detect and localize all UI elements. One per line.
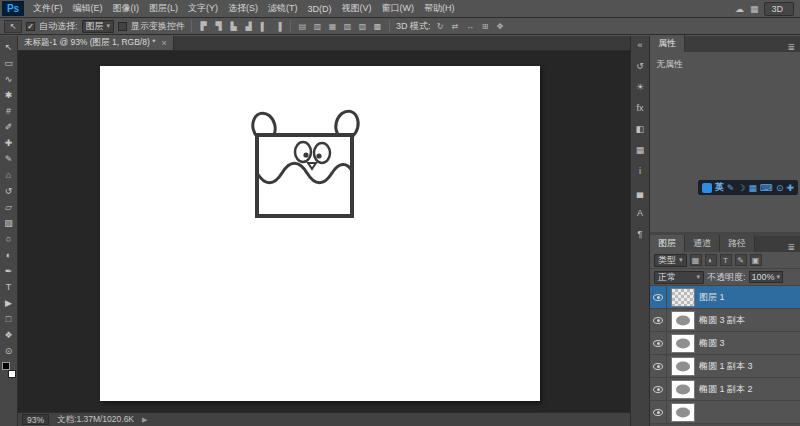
- visibility-toggle[interactable]: [650, 332, 667, 355]
- styles-panel-icon[interactable]: fx: [632, 101, 648, 115]
- color-swatches[interactable]: [2, 362, 16, 378]
- align-middle-icon[interactable]: ▌: [258, 22, 269, 31]
- character-panel-icon[interactable]: A: [632, 206, 648, 220]
- crop-tool[interactable]: #: [1, 103, 17, 119]
- adjustments-panel-icon[interactable]: ☀: [632, 80, 648, 94]
- spot-healing-brush-tool[interactable]: ✚: [1, 135, 17, 151]
- menu-layer[interactable]: 图层(L): [144, 2, 183, 15]
- menu-filter[interactable]: 滤镜(T): [263, 2, 303, 15]
- distribute-right-icon[interactable]: ▩: [372, 22, 383, 31]
- menu-type[interactable]: 文字(Y): [183, 2, 223, 15]
- tab-paths[interactable]: 路径: [720, 235, 755, 252]
- align-right-icon[interactable]: ▙: [228, 22, 239, 31]
- hand-tool[interactable]: ❖: [1, 327, 17, 343]
- menu-edit[interactable]: 编辑(E): [68, 2, 108, 15]
- layer-thumbnail[interactable]: [671, 288, 695, 307]
- auto-select-target-dropdown[interactable]: 图层 ▾: [82, 20, 115, 33]
- filter-type-dropdown[interactable]: 类型 ▾: [654, 254, 687, 267]
- color-panel-icon[interactable]: ◧: [632, 122, 648, 136]
- workspace-switcher[interactable]: 3D: [764, 2, 794, 16]
- eyedropper-tool[interactable]: ✐: [1, 119, 17, 135]
- panel-menu-icon[interactable]: ≣: [782, 242, 800, 252]
- menu-3d[interactable]: 3D(D): [303, 4, 337, 14]
- layer-name[interactable]: 图层 1: [699, 291, 725, 304]
- ime-search-icon[interactable]: ⊙: [776, 183, 784, 193]
- layer-thumbnail[interactable]: [671, 334, 695, 353]
- layer-row[interactable]: 椭圆 1 副本 3: [650, 355, 800, 378]
- distribute-top-icon[interactable]: ▤: [297, 22, 308, 31]
- filter-shape-layers-icon[interactable]: ✎: [735, 254, 747, 266]
- align-center-h-icon[interactable]: ▜: [213, 22, 224, 31]
- panel-menu-icon[interactable]: ≣: [782, 42, 800, 52]
- visibility-toggle[interactable]: [650, 378, 667, 401]
- visibility-toggle[interactable]: [650, 355, 667, 378]
- expand-panels-icon[interactable]: «: [632, 38, 648, 52]
- align-left-icon[interactable]: ▛: [198, 22, 209, 31]
- tab-layers[interactable]: 图层: [650, 235, 685, 252]
- close-tab-icon[interactable]: ×: [161, 38, 166, 48]
- 3d-scale-icon[interactable]: ✥: [495, 22, 506, 31]
- distribute-center-icon[interactable]: ▨: [357, 22, 368, 31]
- blend-mode-dropdown[interactable]: 正常 ▾: [654, 271, 704, 284]
- layer-row[interactable]: 图层 1: [650, 286, 800, 309]
- layer-thumbnail[interactable]: [671, 380, 695, 399]
- menu-window[interactable]: 窗口(W): [377, 2, 420, 15]
- menu-view[interactable]: 视图(V): [337, 2, 377, 15]
- document-canvas[interactable]: [100, 66, 540, 401]
- menu-help[interactable]: 帮助(H): [419, 2, 460, 15]
- path-selection-tool[interactable]: ▶: [1, 295, 17, 311]
- layer-name[interactable]: 椭圆 3 副本: [699, 314, 745, 327]
- 3d-roll-icon[interactable]: ⇄: [450, 22, 461, 31]
- filter-adjustment-layers-icon[interactable]: ◐: [705, 254, 717, 266]
- layer-row[interactable]: 椭圆 3: [650, 332, 800, 355]
- layout-grid-icon[interactable]: ▦: [750, 4, 759, 14]
- auto-select-checkbox[interactable]: ✓: [26, 22, 35, 31]
- info-panel-icon[interactable]: i: [632, 164, 648, 178]
- ime-toolbox-icon[interactable]: ✚: [786, 183, 794, 193]
- ime-skin-icon[interactable]: ▦: [748, 183, 757, 193]
- filter-smart-objects-icon[interactable]: ▣: [750, 254, 762, 266]
- opacity-field[interactable]: 100% ▾: [749, 271, 784, 283]
- swatches-panel-icon[interactable]: ▦: [632, 143, 648, 157]
- layer-name[interactable]: 椭圆 1 副本 2: [699, 383, 753, 396]
- menu-select[interactable]: 选择(S): [223, 2, 263, 15]
- align-top-icon[interactable]: ▟: [243, 22, 254, 31]
- tool-preset-icon[interactable]: ↖: [4, 20, 22, 33]
- ime-night-mode-icon[interactable]: ☽: [737, 183, 745, 193]
- distribute-middle-icon[interactable]: ▥: [312, 22, 323, 31]
- zoom-tool[interactable]: ⊙: [1, 343, 17, 359]
- layer-row[interactable]: [650, 401, 800, 424]
- 3d-slide-icon[interactable]: ⊞: [480, 22, 491, 31]
- quick-selection-tool[interactable]: ✱: [1, 87, 17, 103]
- layer-name[interactable]: 椭圆 1 副本 3: [699, 360, 753, 373]
- tab-channels[interactable]: 通道: [685, 235, 720, 252]
- tab-properties[interactable]: 属性: [650, 35, 685, 52]
- filter-type-layers-icon[interactable]: T: [720, 254, 732, 266]
- blur-tool[interactable]: ○: [1, 231, 17, 247]
- clone-stamp-tool[interactable]: ⌂: [1, 167, 17, 183]
- pen-tool[interactable]: ✒: [1, 263, 17, 279]
- brush-tool[interactable]: ✎: [1, 151, 17, 167]
- visibility-toggle[interactable]: [650, 309, 667, 332]
- layer-name[interactable]: 椭圆 3: [699, 337, 725, 350]
- background-color-swatch[interactable]: [8, 370, 16, 378]
- rectangle-tool[interactable]: □: [1, 311, 17, 327]
- ime-language-toggle[interactable]: 英: [715, 181, 724, 194]
- filter-pixel-layers-icon[interactable]: ▦: [690, 254, 702, 266]
- distribute-left-icon[interactable]: ▧: [342, 22, 353, 31]
- menu-file[interactable]: 文件(F): [28, 2, 68, 15]
- visibility-toggle[interactable]: [650, 286, 667, 309]
- ime-logo-icon[interactable]: [702, 183, 712, 193]
- visibility-toggle[interactable]: [650, 401, 667, 424]
- 3d-drag-icon[interactable]: ↔: [465, 22, 476, 31]
- layer-row[interactable]: 椭圆 3 副本: [650, 309, 800, 332]
- move-tool[interactable]: ↖: [1, 39, 17, 55]
- histogram-panel-icon[interactable]: ▄: [632, 185, 648, 199]
- history-panel-icon[interactable]: ↺: [632, 59, 648, 73]
- layer-thumbnail[interactable]: [671, 357, 695, 376]
- menu-image[interactable]: 图像(I): [108, 2, 145, 15]
- layer-thumbnail[interactable]: [671, 403, 695, 422]
- eraser-tool[interactable]: ▱: [1, 199, 17, 215]
- ime-keyboard-icon[interactable]: ⌨: [760, 183, 773, 193]
- dodge-tool[interactable]: ◐: [1, 247, 17, 263]
